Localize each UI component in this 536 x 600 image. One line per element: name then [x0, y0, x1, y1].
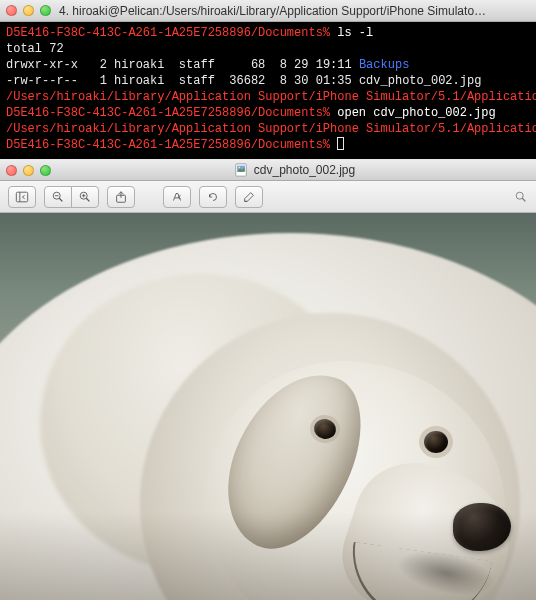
- output-line: total 72: [6, 42, 64, 56]
- highlight-button[interactable]: [163, 186, 191, 208]
- command-text: open cdv_photo_002.jpg: [337, 106, 495, 120]
- terminal-title: 4. hiroaki@Pelican:/Users/hiroaki/Librar…: [59, 4, 530, 18]
- prompt-path: D5E416-F38C-413C-A261-1A25E7258896/Docum…: [6, 138, 330, 152]
- minimize-icon[interactable]: [23, 5, 34, 16]
- preview-title: cdv_photo_002.jpg: [59, 163, 530, 177]
- markup-button[interactable]: [235, 186, 263, 208]
- perm: drwxr-xr-x: [6, 58, 78, 72]
- prompt-path: /Users/hiroaki/Library/Application Suppo…: [6, 90, 536, 104]
- perm: -rw-r--r--: [6, 74, 78, 88]
- search-icon: [514, 190, 528, 204]
- rotate-icon: [206, 190, 220, 204]
- svg-point-2: [238, 167, 240, 169]
- share-icon: [114, 190, 128, 204]
- terminal-body[interactable]: D5E416-F38C-413C-A261-1A25E7258896/Docum…: [0, 22, 536, 159]
- svg-point-14: [516, 192, 523, 199]
- file-jpg-icon: [234, 163, 248, 177]
- zoom-out-icon: [51, 190, 65, 204]
- cursor: [337, 137, 344, 150]
- zoom-out-button[interactable]: [44, 186, 72, 208]
- zoom-icon[interactable]: [40, 5, 51, 16]
- preview-window: cdv_photo_002.jpg: [0, 159, 536, 600]
- svg-line-6: [59, 198, 62, 201]
- markup-icon: [242, 190, 256, 204]
- directory-name: Backups: [359, 58, 409, 72]
- window-controls: [6, 165, 51, 176]
- minimize-icon[interactable]: [23, 165, 34, 176]
- window-controls: [6, 5, 51, 16]
- sidebar-icon: [15, 190, 29, 204]
- svg-line-9: [86, 198, 89, 201]
- highlight-icon: [170, 190, 184, 204]
- svg-line-15: [522, 198, 525, 201]
- preview-titlebar[interactable]: cdv_photo_002.jpg: [0, 159, 536, 181]
- zoom-group: [44, 186, 99, 208]
- preview-toolbar: [0, 181, 536, 213]
- search-area[interactable]: [514, 190, 528, 204]
- share-button[interactable]: [107, 186, 135, 208]
- image-viewport[interactable]: [0, 213, 536, 600]
- zoom-in-icon: [78, 190, 92, 204]
- sidebar-toggle-button[interactable]: [8, 186, 36, 208]
- command-text: ls -l: [337, 26, 373, 40]
- rotate-button[interactable]: [199, 186, 227, 208]
- close-icon[interactable]: [6, 165, 17, 176]
- terminal-titlebar[interactable]: 4. hiroaki@Pelican:/Users/hiroaki/Librar…: [0, 0, 536, 22]
- terminal-window: 4. hiroaki@Pelican:/Users/hiroaki/Librar…: [0, 0, 536, 159]
- zoom-icon[interactable]: [40, 165, 51, 176]
- prompt-path: D5E416-F38C-413C-A261-1A25E7258896/Docum…: [6, 106, 330, 120]
- file-name: cdv_photo_002.jpg: [359, 74, 481, 88]
- close-icon[interactable]: [6, 5, 17, 16]
- zoom-in-button[interactable]: [71, 186, 99, 208]
- prompt-path: /Users/hiroaki/Library/Application Suppo…: [6, 122, 536, 136]
- prompt-path: D5E416-F38C-413C-A261-1A25E7258896/Docum…: [6, 26, 330, 40]
